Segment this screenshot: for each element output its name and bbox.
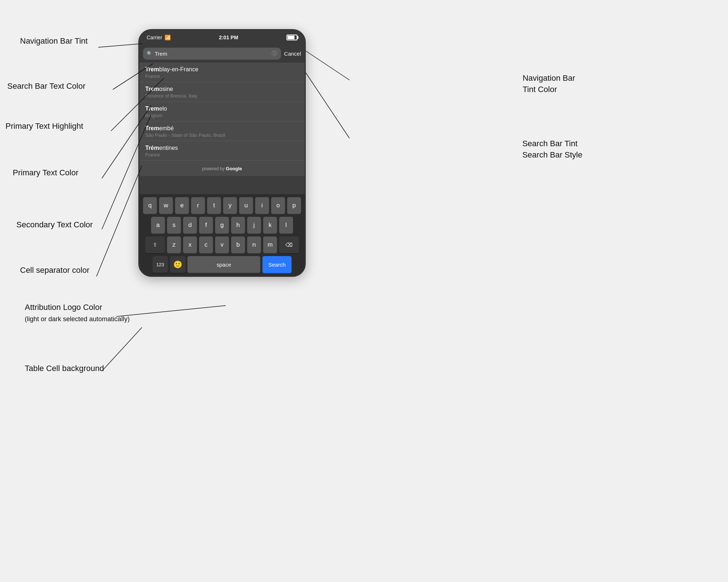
key-emoji[interactable]: 🙂: [170, 256, 185, 273]
annotation-arrows: [0, 0, 728, 582]
result-highlight: Trem: [145, 125, 159, 131]
cancel-button[interactable]: Cancel: [284, 51, 301, 57]
status-time: 2:01 PM: [219, 35, 238, 40]
key-123[interactable]: 123: [153, 256, 168, 273]
result-primary-text: Tremelo: [145, 105, 299, 112]
key-c[interactable]: c: [199, 236, 213, 253]
svg-line-6: [116, 306, 226, 316]
search-clear-button[interactable]: ⓪️: [272, 50, 277, 57]
key-y[interactable]: y: [223, 197, 237, 214]
result-item[interactable]: Tremelo Belgium: [139, 102, 305, 121]
key-shift[interactable]: ⇧: [145, 236, 165, 253]
svg-line-8: [306, 51, 349, 80]
key-a[interactable]: a: [151, 217, 165, 234]
keyboard-row-1: q w e r t y u i o p: [141, 197, 303, 214]
annotation-cell-separator-color: Cell separator color: [20, 266, 90, 275]
result-secondary-text: Belgium: [145, 113, 299, 118]
search-button[interactable]: Search: [262, 256, 292, 273]
attribution-row: powered by Google: [139, 160, 305, 176]
key-t[interactable]: t: [207, 197, 221, 214]
search-typed-text: Trem: [155, 51, 269, 57]
key-r[interactable]: r: [191, 197, 205, 214]
key-x[interactable]: x: [183, 236, 197, 253]
result-item[interactable]: Tremembé São Paulo - State of São Paulo,…: [139, 121, 305, 141]
key-h[interactable]: h: [231, 217, 245, 234]
result-item[interactable]: Trémentines France: [139, 141, 305, 160]
key-space[interactable]: space: [187, 256, 260, 273]
annotation-nav-bar-tint: Navigation Bar Tint: [20, 36, 88, 46]
result-secondary-text: São Paulo - State of São Paulo, Brazil: [145, 132, 299, 138]
annotation-primary-text-color: Primary Text Color: [13, 168, 79, 178]
key-l[interactable]: l: [279, 217, 293, 234]
search-bar[interactable]: 🔍 Trem ⓪️ Cancel: [139, 45, 305, 63]
result-item[interactable]: Tremblay-en-France France: [139, 63, 305, 82]
carrier-info: Carrier 📶: [147, 35, 171, 40]
key-u[interactable]: u: [239, 197, 253, 214]
battery-icon: [286, 35, 297, 40]
key-e[interactable]: e: [175, 197, 189, 214]
svg-line-7: [102, 327, 142, 371]
key-g[interactable]: g: [215, 217, 229, 234]
keyboard-bottom-row: 123 🙂 space Search: [141, 256, 303, 273]
result-secondary-text: France: [145, 152, 299, 158]
result-highlight: Trem: [145, 66, 159, 72]
results-list: Tremblay-en-France France Tremosine Prov…: [139, 63, 305, 160]
result-secondary-text: France: [145, 73, 299, 79]
key-i[interactable]: i: [255, 197, 269, 214]
result-secondary-text: Province of Brescia, Italy: [145, 93, 299, 99]
carrier-label: Carrier: [147, 35, 162, 40]
annotation-nav-bar-tint-color: Navigation BarTint Color: [523, 73, 575, 95]
key-n[interactable]: n: [247, 236, 261, 253]
key-s[interactable]: s: [167, 217, 181, 234]
svg-line-5: [96, 166, 142, 276]
svg-line-9: [306, 73, 349, 138]
key-o[interactable]: o: [271, 197, 285, 214]
phone-mockup: Carrier 📶 2:01 PM 🔍 Trem ⓪️ Cancel Tremb…: [138, 29, 306, 277]
key-p[interactable]: p: [287, 197, 301, 214]
key-w[interactable]: w: [159, 197, 173, 214]
result-primary-text: Tremembé: [145, 125, 299, 132]
result-highlight: Trem: [145, 105, 159, 112]
key-k[interactable]: k: [263, 217, 277, 234]
result-primary-text: Trémentines: [145, 145, 299, 151]
annotation-search-bar-tint-style: Search Bar TintSearch Bar Style: [522, 138, 582, 161]
result-primary-text: Tremosine: [145, 86, 299, 92]
keyboard-row-2: a s d f g h j k l: [141, 217, 303, 234]
keyboard[interactable]: q w e r t y u i o p a s d f g h j k l ⇧ …: [139, 194, 305, 276]
key-d[interactable]: d: [183, 217, 197, 234]
search-input-box[interactable]: 🔍 Trem ⓪️: [143, 48, 281, 60]
annotation-primary-text-highlight: Primary Text Highlight: [5, 121, 83, 131]
wifi-icon: 📶: [165, 35, 171, 40]
key-z[interactable]: z: [167, 236, 181, 253]
svg-line-0: [98, 44, 142, 47]
attribution-brand: Google: [226, 166, 242, 171]
below-attribution-space: [139, 176, 305, 194]
keyboard-row-3: ⇧ z x c v b n m ⌫: [141, 236, 303, 253]
key-f[interactable]: f: [199, 217, 213, 234]
result-item[interactable]: Tremosine Province of Brescia, Italy: [139, 82, 305, 102]
annotation-search-bar-text-color: Search Bar Text Color: [7, 81, 86, 91]
key-b[interactable]: b: [231, 236, 245, 253]
result-primary-text: Tremblay-en-France: [145, 66, 299, 73]
search-icon: 🔍: [147, 51, 153, 56]
annotation-secondary-text-color: Secondary Text Color: [16, 220, 93, 230]
key-m[interactable]: m: [263, 236, 277, 253]
battery-fill: [288, 36, 294, 39]
result-highlight: Trem: [145, 86, 159, 92]
key-backspace[interactable]: ⌫: [279, 236, 299, 253]
key-v[interactable]: v: [215, 236, 229, 253]
annotation-table-cell-background: Table Cell background: [25, 364, 104, 373]
attribution-prefix: powered by: [202, 166, 226, 171]
annotation-attribution-logo-color: Attribution Logo Color(light or dark sel…: [25, 302, 130, 324]
key-q[interactable]: q: [143, 197, 157, 214]
key-j[interactable]: j: [247, 217, 261, 234]
result-highlight: Trém: [145, 145, 159, 151]
status-bar: Carrier 📶 2:01 PM: [139, 30, 305, 45]
